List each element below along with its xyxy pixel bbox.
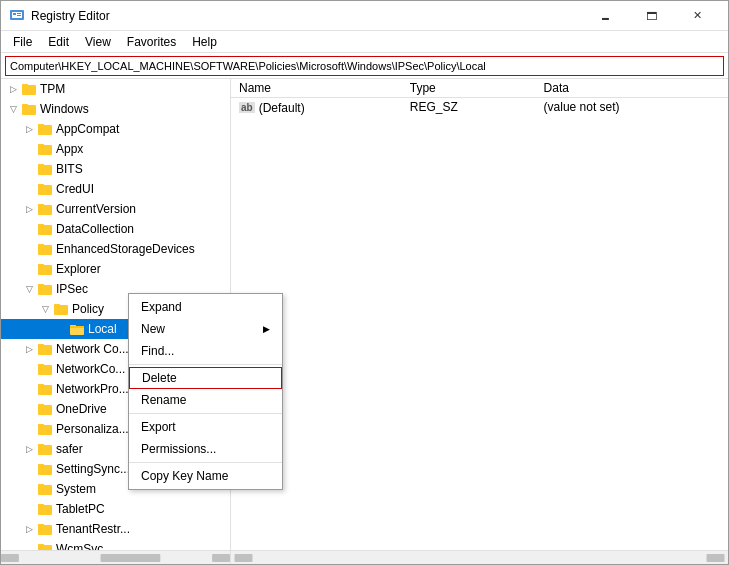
svg-rect-16 (38, 184, 44, 186)
ctx-rename-label: Rename (141, 393, 186, 407)
ctx-copy-key-name[interactable]: Copy Key Name (129, 465, 282, 487)
tree-item-tenantrestr[interactable]: ▷ TenantRestr... (1, 519, 230, 539)
tree-label: Network Co... (56, 342, 129, 356)
ctx-delete[interactable]: Delete (129, 367, 282, 389)
tree-item-bits[interactable]: BITS (1, 159, 230, 179)
svg-rect-9 (38, 125, 52, 135)
svg-rect-64 (707, 554, 725, 562)
folder-icon (37, 541, 53, 550)
svg-rect-15 (38, 185, 52, 195)
expand-icon: ▽ (5, 101, 21, 117)
ctx-permissions[interactable]: Permissions... (129, 438, 282, 460)
folder-icon (21, 81, 37, 97)
tree-item-appx[interactable]: Appx (1, 139, 230, 159)
svg-rect-50 (38, 525, 52, 535)
svg-rect-11 (38, 145, 52, 155)
svg-rect-31 (70, 326, 84, 328)
window-title: Registry Editor (31, 9, 110, 23)
expand-icon (21, 421, 37, 437)
ctx-permissions-label: Permissions... (141, 442, 216, 456)
svg-rect-26 (38, 284, 44, 286)
menu-favorites[interactable]: Favorites (119, 33, 184, 51)
svg-rect-59 (1, 554, 19, 562)
folder-icon (37, 441, 53, 457)
left-scrollbar[interactable] (1, 551, 231, 564)
expand-icon: ▷ (21, 341, 37, 357)
menu-view[interactable]: View (77, 33, 119, 51)
tree-item-tabletpc[interactable]: TabletPC (1, 499, 230, 519)
right-scrollbar[interactable] (231, 551, 728, 564)
ctx-expand-label: Expand (141, 300, 182, 314)
expand-icon (21, 161, 37, 177)
registry-values-panel: Name Type Data ab (Default) REG_SZ (231, 79, 728, 550)
tree-label: Local (88, 322, 117, 336)
tree-label: EnhancedStorageDevices (56, 242, 195, 256)
minimize-button[interactable]: 🗕 (582, 1, 628, 31)
ctx-copy-key-name-label: Copy Key Name (141, 469, 228, 483)
expand-icon: ▽ (21, 281, 37, 297)
tree-label: TenantRestr... (56, 522, 130, 536)
tree-item-appcompat[interactable]: ▷ AppCompat (1, 119, 230, 139)
svg-rect-46 (38, 485, 52, 495)
ctx-rename[interactable]: Rename (129, 389, 282, 411)
folder-icon (37, 401, 53, 417)
svg-rect-34 (38, 365, 52, 375)
app-icon (9, 8, 25, 24)
svg-rect-36 (38, 385, 52, 395)
folder-icon (37, 161, 53, 177)
folder-icon (37, 121, 53, 137)
menu-edit[interactable]: Edit (40, 33, 77, 51)
col-name: Name (231, 79, 402, 98)
ctx-expand[interactable]: Expand (129, 296, 282, 318)
tree-label: AppCompat (56, 122, 119, 136)
value-name: ab (Default) (231, 98, 402, 117)
menu-help[interactable]: Help (184, 33, 225, 51)
tree-item-currentversion[interactable]: ▷ CurrentVersion (1, 199, 230, 219)
tree-item-credui[interactable]: CredUI (1, 179, 230, 199)
tree-item-tpm[interactable]: ▷ TPM (1, 79, 230, 99)
svg-rect-14 (38, 164, 44, 166)
tree-label: DataCollection (56, 222, 134, 236)
ctx-separator2 (129, 413, 282, 414)
folder-icon (37, 281, 53, 297)
main-content: ▷ TPM ▽ Windows ▷ AppCompat (1, 79, 728, 550)
tree-label: IPSec (56, 282, 88, 296)
svg-rect-21 (38, 245, 52, 255)
tree-item-windows[interactable]: ▽ Windows (1, 99, 230, 119)
svg-rect-48 (38, 505, 52, 515)
tree-label: System (56, 482, 96, 496)
folder-icon (37, 521, 53, 537)
menu-bar: File Edit View Favorites Help (1, 31, 728, 53)
tree-item-enhancedstoragedevices[interactable]: EnhancedStorageDevices (1, 239, 230, 259)
tree-label: Appx (56, 142, 83, 156)
ctx-new[interactable]: New ▶ (129, 318, 282, 340)
svg-rect-25 (38, 285, 52, 295)
tree-label: NetworkPro... (56, 382, 129, 396)
svg-rect-63 (235, 554, 253, 562)
menu-file[interactable]: File (5, 33, 40, 51)
folder-icon (37, 381, 53, 397)
value-data: (value not set) (536, 98, 728, 117)
tree-item-explorer[interactable]: Explorer (1, 259, 230, 279)
svg-rect-12 (38, 144, 44, 146)
expand-icon (21, 401, 37, 417)
expand-icon: ▷ (21, 521, 37, 537)
ctx-export[interactable]: Export (129, 416, 282, 438)
folder-icon (37, 181, 53, 197)
tree-label: SettingSync... (56, 462, 130, 476)
tree-item-wcmsvc[interactable]: WcmSvc (1, 539, 230, 550)
folder-icon (37, 481, 53, 497)
address-input[interactable] (5, 56, 724, 76)
table-row[interactable]: ab (Default) REG_SZ (value not set) (231, 98, 728, 117)
close-button[interactable]: ✕ (674, 1, 720, 31)
svg-rect-43 (38, 444, 44, 446)
maximize-button[interactable]: 🗖 (628, 1, 674, 31)
svg-rect-23 (38, 265, 52, 275)
value-name-text: (Default) (259, 101, 305, 115)
tree-item-datacollection[interactable]: DataCollection (1, 219, 230, 239)
expand-icon (21, 481, 37, 497)
svg-rect-51 (38, 524, 44, 526)
expand-icon (21, 141, 37, 157)
svg-rect-17 (38, 205, 52, 215)
ctx-find[interactable]: Find... (129, 340, 282, 362)
